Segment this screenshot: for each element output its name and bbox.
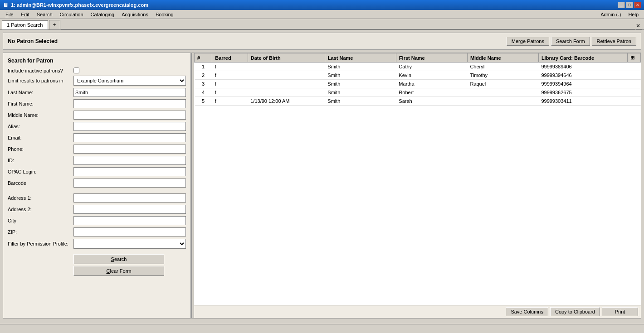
id-row: ID:	[8, 156, 186, 165]
cell-dob	[248, 71, 325, 80]
phone-row: Phone:	[8, 145, 186, 154]
cell-lastname: Smith	[325, 63, 396, 71]
tab-patron-search-label: 1 Patron Search	[7, 22, 43, 28]
tab-patron-search[interactable]: 1 Patron Search	[2, 20, 48, 29]
title-bar: 🖥 1: admin@BR1-winxpvmfx.phasefx.evergre…	[0, 0, 644, 10]
maximize-button[interactable]: □	[626, 2, 633, 8]
work-area: Search for Patron Include inactive patro…	[3, 53, 641, 319]
table-row[interactable]: 1 f Smith Cathy Cheryl 99999389406	[195, 63, 641, 71]
menu-edit[interactable]: Edit	[17, 11, 33, 18]
title-bar-title: 🖥 1: admin@BR1-winxpvmfx.phasefx.evergre…	[3, 2, 148, 8]
cell-middlename: Timothy	[467, 71, 538, 80]
middlename-input[interactable]	[73, 111, 186, 120]
close-window-button[interactable]: ✕	[634, 2, 641, 8]
cell-dob: 1/13/90 12:00 AM	[248, 97, 325, 106]
cell-firstname: Martha	[396, 80, 467, 88]
middlename-label: Middle Name:	[8, 112, 73, 118]
firstname-label: First Name:	[8, 101, 73, 106]
save-columns-button[interactable]: Save Columns	[506, 307, 548, 316]
cell-dob	[248, 80, 325, 88]
cell-barcode: 99999389406	[538, 63, 627, 71]
retrieve-patron-button[interactable]: Retrieve Patron	[592, 37, 636, 46]
opac-input[interactable]	[73, 167, 186, 176]
cell-barred: f	[212, 88, 248, 97]
cell-middlename: Cheryl	[467, 63, 538, 71]
alias-row: Alias:	[8, 122, 186, 131]
col-header-barred[interactable]: Barred	[212, 53, 248, 63]
permission-row: Filter by Permission Profile:	[8, 239, 186, 249]
barcode-input[interactable]	[73, 179, 186, 188]
address2-input[interactable]	[73, 205, 186, 214]
menu-help[interactable]: Help	[624, 11, 642, 18]
col-header-dob[interactable]: Date of Birth	[248, 53, 325, 63]
col-expand-button[interactable]: ⊞	[628, 53, 641, 63]
id-label: ID:	[8, 158, 73, 163]
col-header-middlename[interactable]: Middle Name	[467, 53, 538, 63]
title-bar-controls[interactable]: _ □ ✕	[618, 2, 641, 8]
zip-row: ZIP:	[8, 227, 186, 236]
email-input[interactable]	[73, 133, 186, 142]
tab-bar-close-icon[interactable]: ✕	[636, 23, 640, 29]
menu-acquisitions[interactable]: Acquisitions	[118, 11, 152, 18]
cell-barred: f	[212, 63, 248, 71]
address2-label: Address 2:	[8, 207, 73, 212]
city-input[interactable]	[73, 216, 186, 225]
results-table: # Barred Date of Birth Last Name First N…	[194, 53, 641, 106]
address1-row: Address 1:	[8, 193, 186, 203]
minimize-button[interactable]: _	[618, 2, 625, 8]
menu-admin[interactable]: Admin (-)	[597, 11, 624, 18]
table-row[interactable]: 5 f 1/13/90 12:00 AM Smith Sarah 9999930…	[195, 97, 641, 106]
cell-barcode: 99999394646	[538, 71, 627, 80]
firstname-input[interactable]	[73, 99, 186, 108]
address1-input[interactable]	[73, 193, 186, 203]
tab-add-button[interactable]: +	[49, 20, 60, 29]
col-header-number[interactable]: #	[195, 53, 212, 63]
alias-input[interactable]	[73, 122, 186, 131]
tab-bar: 1 Patron Search + ✕	[0, 19, 644, 30]
search-button[interactable]: Search	[73, 254, 164, 264]
firstname-row: First Name:	[8, 99, 186, 108]
library-select[interactable]: Example Consortium	[73, 76, 186, 86]
lastname-label: Last Name:	[8, 90, 73, 95]
city-row: City:	[8, 216, 186, 225]
zip-input[interactable]	[73, 227, 186, 236]
merge-patrons-button[interactable]: Merge Patrons	[507, 37, 549, 46]
city-label: City:	[8, 218, 73, 223]
col-header-firstname[interactable]: First Name	[396, 53, 467, 63]
cell-lastname: Smith	[325, 80, 396, 88]
phone-input[interactable]	[73, 145, 186, 154]
cell-firstname: Sarah	[396, 97, 467, 106]
menu-search[interactable]: Search	[33, 11, 56, 18]
results-panel: # Barred Date of Birth Last Name First N…	[194, 53, 641, 318]
menu-cataloging[interactable]: Cataloging	[87, 11, 118, 18]
print-button[interactable]: Print	[602, 307, 638, 316]
search-form-title: Search for Patron	[8, 58, 186, 64]
table-row[interactable]: 2 f Smith Kevin Timothy 99999394646	[195, 71, 641, 80]
clear-form-button[interactable]: Clear Form	[73, 266, 164, 276]
cell-number: 3	[195, 80, 212, 88]
no-patron-label: No Patron Selected	[8, 38, 58, 44]
table-row[interactable]: 3 f Smith Martha Raquel 99999394964	[195, 80, 641, 88]
search-form-button[interactable]: Search Form	[551, 37, 590, 46]
permission-select[interactable]	[73, 239, 186, 249]
cell-middlename: Raquel	[467, 80, 538, 88]
cell-firstname: Robert	[396, 88, 467, 97]
inactive-label: Include inactive patrons?	[8, 68, 73, 73]
menu-circulation[interactable]: Circulation	[56, 11, 87, 18]
table-row[interactable]: 4 f Smith Robert 99999362675	[195, 88, 641, 97]
id-input[interactable]	[73, 156, 186, 165]
bottom-buttons: Save Columns Copy to Clipboard Print	[194, 305, 641, 318]
col-header-barcode[interactable]: Library Card: Barcode	[538, 53, 627, 63]
cell-barred: f	[212, 71, 248, 80]
menu-booking[interactable]: Booking	[152, 11, 177, 18]
cell-middlename	[467, 97, 538, 106]
cell-barcode: 99999303411	[538, 97, 627, 106]
cell-barcode: 99999394964	[538, 80, 627, 88]
library-row: Limit results to patrons in Example Cons…	[8, 76, 186, 86]
copy-clipboard-button[interactable]: Copy to Clipboard	[550, 307, 600, 316]
col-header-lastname[interactable]: Last Name	[325, 53, 396, 63]
lastname-input[interactable]	[73, 88, 186, 97]
cell-firstname: Cathy	[396, 63, 467, 71]
inactive-checkbox[interactable]	[73, 68, 79, 73]
menu-file[interactable]: File	[2, 11, 17, 18]
